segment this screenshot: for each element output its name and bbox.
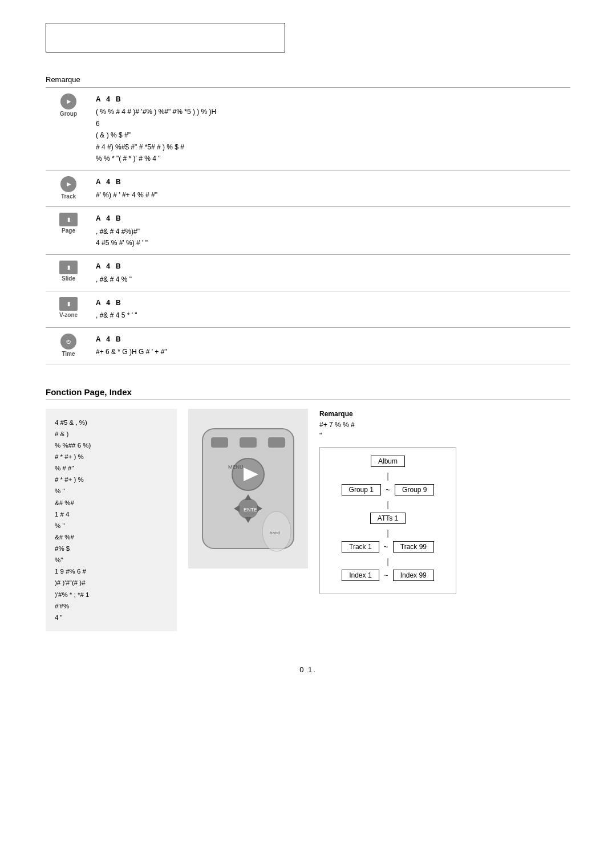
page-number: 0 1. [46,665,570,674]
center-image-panel: MENU ENTER hand [188,409,308,568]
time-line-1: #+ 6 & * G )H G # ' + #" [96,346,566,358]
svg-text:hand: hand [270,530,280,535]
time-icon: ◴ [60,334,76,350]
track-row-title: A 4 B [96,176,566,188]
slide-content: A 4 B , #& # 4 % " [91,255,570,291]
table-row: ▮ Slide A 4 B , #& # 4 % " [46,255,570,291]
table-row: ▮ Page A 4 B , #& # 4 #%)#" 4 #5 % #' %)… [46,207,570,255]
group-line-3: ( & ) % $ #" [96,129,566,141]
track-line-1: #' %) # ' #+ 4 % # #" [96,189,566,201]
group-content: A 4 B ( % % # 4 # )# '#% ) %#" #% *5 ) )… [91,88,570,170]
slide-line-1: , #& # 4 % " [96,274,566,285]
hier-atts1: ATTs 1 [370,513,406,524]
left-line-9: 1 # 4 [55,509,168,520]
icon-cell-group: ▶ Group [46,88,91,170]
page-icon: ▮ [59,213,78,226]
group-row-title: A 4 B [96,94,566,105]
fonction-inner: 4 #5 & , %) # & ) % %## 6 %) # * #+ ) % … [46,409,570,631]
remarque-right-line2: " [319,432,322,440]
time-icon-wrap: ◴ Time [50,334,87,357]
vzone-icon-wrap: ▮ V-zone [50,297,87,318]
track-icon: ▶ [60,176,76,192]
time-label: Time [62,351,75,357]
track-content: A 4 B #' %) # ' #+ 4 % # #" [91,170,570,207]
svg-text:MENU: MENU [228,464,244,470]
fonction-section: Fonction Page, Index 4 #5 & , %) # & ) %… [46,387,570,631]
left-line-2: # & ) [55,428,168,440]
group-label: Group [60,111,77,117]
group-line-2: 6 [96,118,566,129]
left-line-3: % %## 6 %) [55,440,168,451]
svg-rect-2 [240,437,257,448]
vzone-content: A 4 B , #& # 4 5 * ' " [91,291,570,328]
vzone-icon: ▮ [59,297,78,311]
slide-label: Slide [62,275,75,282]
hier-row-album: Album [329,456,447,467]
left-line-16: )'#% * ; *# 1 [55,589,168,600]
hier-track1: Track 1 [342,541,379,552]
icon-cell-page: ▮ Page [46,207,91,255]
table-row: ▶ Track A 4 B #' %) # ' #+ 4 % # #" [46,170,570,207]
left-line-4: # * #+ ) % [55,451,168,462]
hier-row-atts: ATTs 1 [329,513,447,524]
slide-icon: ▮ [59,261,78,274]
right-panel: Remarque #+ 7 % % # " Album | Group 1 ~ … [319,409,570,595]
hier-tilde-2: ~ [384,542,388,551]
icon-cell-time: ◴ Time [46,327,91,364]
hier-tilde-3: ~ [384,571,388,580]
left-line-6: # * #+ ) % [55,474,168,485]
svg-rect-3 [268,437,285,448]
hier-group9: Group 9 [395,484,434,495]
hier-row-track: Track 1 ~ Track 99 [329,541,447,552]
hier-index99: Index 99 [393,570,434,581]
left-line-17: #'#% [55,600,168,612]
slide-icon-wrap: ▮ Slide [50,261,87,282]
remarque-right: Remarque #+ 7 % % # " [319,409,570,442]
hierarchy-diagram: Album | Group 1 ~ Group 9 | ATTs 1 | Tra… [319,447,456,594]
left-line-12: #% $ [55,543,168,554]
time-content: A 4 B #+ 6 & * G )H G # ' + #" [91,327,570,364]
icon-cell-track: ▶ Track [46,170,91,207]
left-line-11: &# %# [55,531,168,543]
left-text-panel: 4 #5 & , %) # & ) % %## 6 %) # * #+ ) % … [46,409,177,631]
hier-tilde-1: ~ [386,485,390,494]
hier-connector-2: | [329,500,447,509]
left-line-10: % " [55,520,168,531]
left-line-8: &# %# [55,497,168,509]
remarque-right-label: Remarque [319,410,353,418]
vzone-row-title: A 4 B [96,297,566,308]
hier-track99: Track 99 [393,541,434,552]
fonction-title: Fonction Page, Index [46,387,570,400]
vzone-line-1: , #& # 4 5 * ' " [96,310,566,321]
hier-connector-4: | [329,557,447,566]
icon-cell-slide: ▮ Slide [46,255,91,291]
group-icon-wrap: ▶ Group [50,94,87,117]
hier-connector-3: | [329,529,447,538]
table-row: ▮ V-zone A 4 B , #& # 4 5 * ' " [46,291,570,328]
table-row: ◴ Time A 4 B #+ 6 & * G )H G # ' + #" [46,327,570,364]
page-content: A 4 B , #& # 4 #%)#" 4 #5 % #' %) # ' " [91,207,570,255]
remote-control-svg: MENU ENTER hand [197,417,299,560]
remarque-right-line1: #+ 7 % % # [319,421,355,429]
left-line-14: 1 9 #% 6 # [55,566,168,577]
group-icon: ▶ [60,94,76,109]
top-input-box[interactable] [46,23,285,52]
page-icon-wrap: ▮ Page [50,213,87,234]
hier-row-index: Index 1 ~ Index 99 [329,570,447,581]
group-line-4: # 4 #) %#$ #" # *5# # ) % $ # [96,141,566,153]
hier-connector-1: | [329,472,447,481]
table-row: ▶ Group A 4 B ( % % # 4 # )# '#% ) %#" #… [46,88,570,170]
track-icon-wrap: ▶ Track [50,176,87,200]
page-row-title: A 4 B [96,213,566,224]
main-table: ▶ Group A 4 B ( % % # 4 # )# '#% ) %#" #… [46,87,570,364]
vzone-label: V-zone [59,312,78,318]
left-line-5: % # #" [55,462,168,474]
left-line-13: %" [55,554,168,566]
slide-row-title: A 4 B [96,261,566,272]
hier-row-group: Group 1 ~ Group 9 [329,484,447,495]
left-line-15: )# )'#"(# )# [55,577,168,588]
svg-rect-1 [211,437,228,448]
remarque-label: Remarque [46,75,570,84]
hier-album: Album [371,456,405,467]
left-line-1: 4 #5 & , %) [55,417,168,428]
